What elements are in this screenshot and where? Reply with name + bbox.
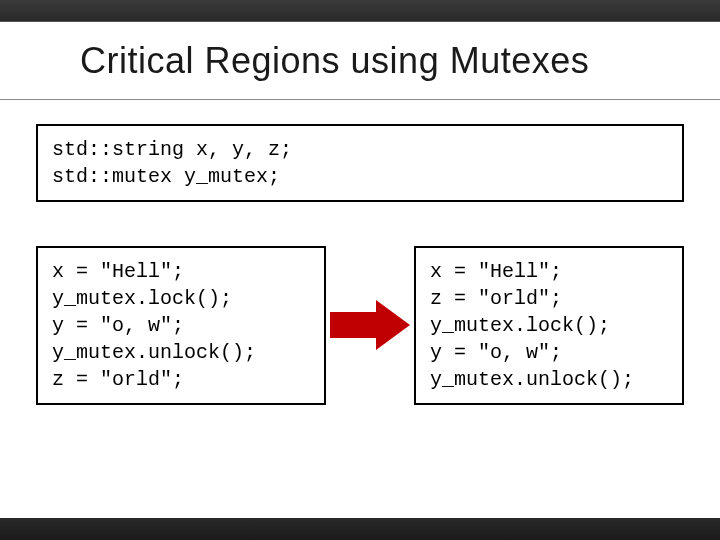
code-line: z = "orld"; bbox=[52, 366, 310, 393]
code-line: z = "orld"; bbox=[430, 285, 668, 312]
title-bar: Critical Regions using Mutexes bbox=[0, 22, 720, 100]
code-line: x = "Hell"; bbox=[52, 258, 310, 285]
code-line: y_mutex.lock(); bbox=[430, 312, 668, 339]
slide-title: Critical Regions using Mutexes bbox=[80, 40, 589, 82]
code-box-before: x = "Hell"; y_mutex.lock(); y = "o, w"; … bbox=[36, 246, 326, 405]
bottom-chrome-bar bbox=[0, 518, 720, 540]
code-line: y = "o, w"; bbox=[52, 312, 310, 339]
code-line: std::string x, y, z; bbox=[52, 136, 668, 163]
code-line: y_mutex.unlock(); bbox=[52, 339, 310, 366]
code-line: x = "Hell"; bbox=[430, 258, 668, 285]
code-line: y_mutex.lock(); bbox=[52, 285, 310, 312]
code-box-after: x = "Hell"; z = "orld"; y_mutex.lock(); … bbox=[414, 246, 684, 405]
arrow-right-icon bbox=[330, 300, 410, 350]
code-line: y_mutex.unlock(); bbox=[430, 366, 668, 393]
top-chrome-bar bbox=[0, 0, 720, 22]
code-line: y = "o, w"; bbox=[430, 339, 668, 366]
code-box-declarations: std::string x, y, z; std::mutex y_mutex; bbox=[36, 124, 684, 202]
slide-content: std::string x, y, z; std::mutex y_mutex;… bbox=[0, 100, 720, 518]
code-line: std::mutex y_mutex; bbox=[52, 163, 668, 190]
